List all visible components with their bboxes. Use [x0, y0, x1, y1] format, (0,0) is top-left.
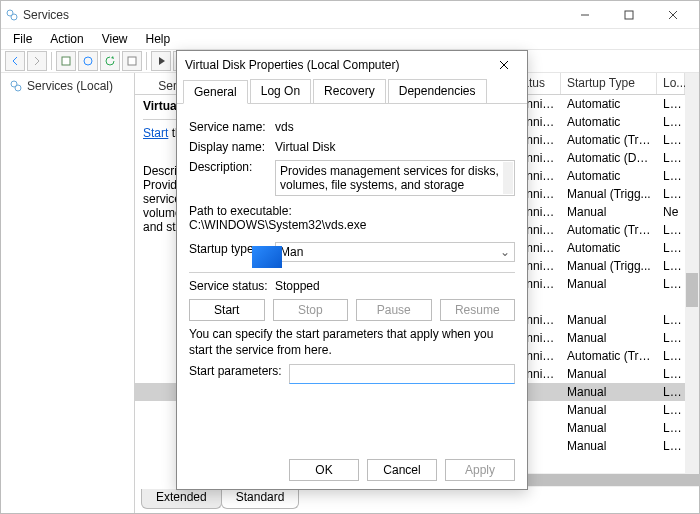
svg-point-1	[11, 14, 17, 20]
chevron-down-icon: ⌄	[500, 245, 510, 259]
forward-button[interactable]	[27, 51, 47, 71]
start-params-input[interactable]	[289, 364, 515, 384]
cell-startup-type: Manual	[561, 403, 657, 417]
tab-recovery[interactable]: Recovery	[313, 79, 386, 103]
cell-startup-type: Manual	[561, 439, 657, 453]
cell-logon-as: Loc	[657, 421, 685, 435]
cell-startup-type: Manual	[561, 277, 657, 291]
dialog-title-bar: Virtual Disk Properties (Local Computer)	[177, 51, 527, 79]
cell-logon-as: Loc	[657, 241, 685, 255]
cell-logon-as: Loc	[657, 403, 685, 417]
svg-rect-6	[62, 57, 70, 65]
service-status-value: Stopped	[275, 279, 515, 293]
watermark-icon	[252, 246, 282, 268]
header-logon-as[interactable]: Lo...	[657, 73, 685, 94]
path-value: C:\WINDOWS\System32\vds.exe	[189, 218, 515, 232]
services-icon	[9, 79, 23, 93]
start-params-help: You can specify the start parameters tha…	[189, 327, 515, 358]
cell-logon-as: Loc	[657, 133, 685, 147]
cell-startup-type: Automatic	[561, 115, 657, 129]
vertical-scrollbar[interactable]	[685, 73, 699, 487]
menu-view[interactable]: View	[94, 30, 136, 48]
cell-logon-as: Loc	[657, 349, 685, 363]
description-text: Provides management services for disks, …	[280, 164, 499, 196]
svg-point-13	[15, 85, 21, 91]
window-title: Services	[23, 8, 69, 22]
header-startup-type[interactable]: Startup Type	[561, 73, 657, 94]
services-icon	[5, 8, 19, 22]
display-name-label: Display name:	[189, 140, 275, 154]
cell-logon-as: Loc	[657, 259, 685, 273]
scrollbar-thumb[interactable]	[686, 273, 698, 307]
cell-logon-as: Loc	[657, 169, 685, 183]
refresh-button[interactable]	[100, 51, 120, 71]
start-button[interactable]: Start	[189, 299, 265, 321]
ok-button[interactable]: OK	[289, 459, 359, 481]
export-list-button[interactable]	[78, 51, 98, 71]
cell-startup-type: Automatic (Tri...	[561, 133, 657, 147]
tab-logon[interactable]: Log On	[250, 79, 311, 103]
start-service-button[interactable]	[151, 51, 171, 71]
dialog-close-button[interactable]	[489, 51, 519, 79]
help-button[interactable]	[122, 51, 142, 71]
title-bar: Services	[1, 1, 699, 29]
properties-button[interactable]	[56, 51, 76, 71]
apply-button: Apply	[445, 459, 515, 481]
cell-startup-type: Manual (Trigg...	[561, 259, 657, 273]
service-control-buttons: Start Stop Pause Resume	[189, 299, 515, 321]
tab-extended[interactable]: Extended	[141, 489, 222, 509]
desc-scrollbar[interactable]	[503, 162, 513, 194]
cell-logon-as: Loc	[657, 97, 685, 111]
dialog-form: Service name:vds Display name:Virtual Di…	[177, 104, 527, 400]
cell-startup-type: Manual	[561, 421, 657, 435]
view-tabs: Extended Standard	[141, 489, 298, 509]
cell-startup-type: Automatic	[561, 169, 657, 183]
cell-startup-type: Manual (Trigg...	[561, 187, 657, 201]
svg-rect-8	[128, 57, 136, 65]
tab-general[interactable]: General	[183, 80, 248, 104]
properties-dialog: Virtual Disk Properties (Local Computer)…	[176, 50, 528, 490]
dialog-tabs: General Log On Recovery Dependencies	[177, 79, 527, 104]
cell-logon-as: Loc	[657, 187, 685, 201]
minimize-button[interactable]	[563, 1, 607, 29]
cell-startup-type: Manual	[561, 367, 657, 381]
display-name-value: Virtual Disk	[275, 140, 515, 154]
menu-help[interactable]: Help	[138, 30, 179, 48]
menu-action[interactable]: Action	[42, 30, 91, 48]
dialog-title: Virtual Disk Properties (Local Computer)	[185, 58, 400, 72]
tab-standard[interactable]: Standard	[221, 489, 300, 509]
resume-button: Resume	[440, 299, 516, 321]
startup-type-select[interactable]: Man ⌄	[275, 242, 515, 262]
cell-startup-type: Manual	[561, 205, 657, 219]
cell-startup-type: Automatic	[561, 241, 657, 255]
cell-startup-type: Manual	[561, 313, 657, 327]
description-box[interactable]: Provides management services for disks, …	[275, 160, 515, 196]
maximize-button[interactable]	[607, 1, 651, 29]
cell-startup-type: Automatic (De...	[561, 151, 657, 165]
cell-logon-as: Loc	[657, 331, 685, 345]
cell-logon-as: Ne	[657, 205, 685, 219]
dialog-footer: OK Cancel Apply	[177, 459, 527, 481]
svg-rect-3	[625, 11, 633, 19]
path-label: Path to executable:	[189, 204, 515, 218]
pause-button: Pause	[356, 299, 432, 321]
menu-file[interactable]: File	[5, 30, 40, 48]
tree-root-label: Services (Local)	[27, 79, 113, 93]
service-name-value: vds	[275, 120, 515, 134]
cancel-button[interactable]: Cancel	[367, 459, 437, 481]
tab-dependencies[interactable]: Dependencies	[388, 79, 487, 103]
tree-root[interactable]: Services (Local)	[5, 77, 130, 95]
services-icon	[141, 76, 155, 90]
cell-logon-as: Loc	[657, 115, 685, 129]
close-button[interactable]	[651, 1, 695, 29]
cell-logon-as: Loc	[657, 385, 685, 399]
cell-startup-type: Manual	[561, 385, 657, 399]
startup-type-value: Man	[280, 245, 303, 259]
cell-startup-type: Manual	[561, 331, 657, 345]
stop-button: Stop	[273, 299, 349, 321]
service-status-label: Service status:	[189, 279, 275, 293]
cell-logon-as: Loc	[657, 367, 685, 381]
back-button[interactable]	[5, 51, 25, 71]
cell-logon-as: Loc	[657, 151, 685, 165]
service-name-label: Service name:	[189, 120, 275, 134]
